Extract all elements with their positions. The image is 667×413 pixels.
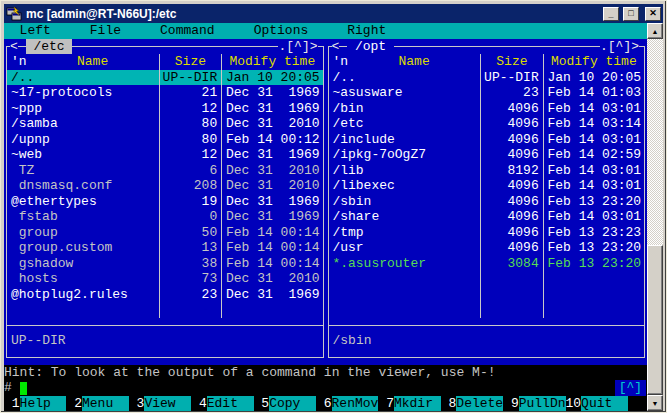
file-row[interactable]: /include4096Feb 14 03:01 <box>329 132 645 148</box>
file-row[interactable]: /bin4096Feb 14 03:01 <box>329 101 645 117</box>
column-header-name[interactable]: Name <box>77 54 108 70</box>
file-size: 4096 <box>480 225 542 241</box>
file-row[interactable]: TZ6Dec 31 2010 <box>7 163 323 179</box>
scrollbar-thumb[interactable] <box>647 245 663 395</box>
file-name: /.. <box>7 70 159 86</box>
fkey-mkdir-button[interactable]: 7Mkdir <box>378 396 440 412</box>
file-row[interactable]: @ethertypes19Dec 31 1969 <box>7 194 323 210</box>
file-row[interactable]: /tmp4096Feb 13 23:23 <box>329 225 645 241</box>
file-row[interactable]: group50Feb 14 00:14 <box>7 225 323 241</box>
file-size: 4096 <box>480 147 542 163</box>
fkey-view-button[interactable]: 3View <box>129 396 191 412</box>
fkey-label: Copy <box>269 396 316 412</box>
column-header-size[interactable]: Size <box>159 54 221 70</box>
file-name: *.asusrouter <box>329 256 481 272</box>
command-line[interactable]: # [^] <box>4 380 647 396</box>
close-button[interactable]: ✕ <box>645 7 661 21</box>
menu-item-command[interactable]: Command <box>160 23 215 39</box>
file-row[interactable]: group.custom13Feb 14 00:14 <box>7 240 323 256</box>
fkey-quit-button[interactable]: 10Quit <box>566 396 628 412</box>
file-row[interactable]: ~17-protocols21Dec 31 1969 <box>7 85 323 101</box>
fkey-label: View <box>144 396 191 412</box>
fkey-edit-button[interactable]: 4Edit <box>191 396 253 412</box>
panel-back-marker[interactable]: < <box>10 39 18 55</box>
file-row[interactable]: hosts73Dec 31 2010 <box>7 271 323 287</box>
fkey-label: Menu <box>82 396 129 412</box>
panel-path[interactable]: /etc <box>26 39 73 55</box>
file-modify-time: Feb 14 03:01 <box>543 132 644 148</box>
file-size: 13 <box>159 240 221 256</box>
fkey-menu-button[interactable]: 2Menu <box>66 396 128 412</box>
sort-indicator[interactable]: 'n <box>11 54 27 70</box>
sort-indicator[interactable]: 'n <box>332 54 348 70</box>
column-header-modify-time[interactable]: Modify time <box>221 54 322 70</box>
file-size: 23 <box>480 85 542 101</box>
terminal-cursor <box>20 382 28 395</box>
file-modify-time: Jan 10 20:05 <box>543 70 644 86</box>
menu-item-right[interactable]: Right <box>347 23 386 39</box>
file-modify-time: Dec 31 2010 <box>221 116 322 132</box>
title-bar[interactable]: mc [admin@RT-N66U]:/etc _ □ ✕ <box>4 4 663 23</box>
menu-item-file[interactable]: File <box>90 23 121 39</box>
scrollbar[interactable]: ▲ ▼ <box>647 23 663 411</box>
column-header-modify-time[interactable]: Modify time <box>543 54 644 70</box>
file-row[interactable]: dnsmasq.conf208Dec 31 2010 <box>7 178 323 194</box>
fkey-pulldn-button[interactable]: 9PullDn <box>503 396 565 412</box>
panel-updir-button[interactable]: .[^]> <box>600 39 639 55</box>
fkey-help-button[interactable]: 1Help <box>4 396 66 412</box>
menu-item-options[interactable]: Options <box>254 23 309 39</box>
file-name: /tmp <box>329 225 481 241</box>
file-modify-time: Feb 14 02:59 <box>543 147 644 163</box>
file-row[interactable]: /lib8192Feb 14 03:01 <box>329 163 645 179</box>
fkey-label: Edit <box>207 396 254 412</box>
fkey-number: 10 <box>566 396 582 412</box>
file-size: 21 <box>159 85 221 101</box>
mini-status: /sbin <box>333 333 641 349</box>
file-modify-time: Feb 14 03:01 <box>543 163 644 179</box>
file-row[interactable]: ~ppp12Dec 31 1969 <box>7 101 323 117</box>
file-row[interactable]: @hotplug2.rules23Dec 31 1969 <box>7 287 323 303</box>
file-row[interactable]: /etc4096Feb 14 03:14 <box>329 116 645 132</box>
file-row[interactable]: *.asusrouter3084Feb 13 23:20 <box>329 256 645 272</box>
file-row[interactable]: /samba80Dec 31 2010 <box>7 116 323 132</box>
empty-row <box>329 302 645 318</box>
scroll-up-icon[interactable]: ▲ <box>647 23 663 39</box>
file-row[interactable]: /usr4096Feb 13 23:20 <box>329 240 645 256</box>
scrollbar-track[interactable] <box>647 39 663 395</box>
mini-status-separator <box>7 325 323 326</box>
file-row[interactable]: /upnp80Feb 14 00:12 <box>7 132 323 148</box>
file-modify-time: Dec 31 1969 <box>221 287 322 303</box>
minimize-button[interactable]: _ <box>603 7 619 21</box>
maximize-button[interactable]: □ <box>623 7 639 21</box>
hint-line: Hint: To look at the output of a command… <box>4 365 647 381</box>
fkey-delete-button[interactable]: 8Delete <box>441 396 503 412</box>
fkey-label: Mkdir <box>394 396 441 412</box>
command-updir-button[interactable]: [^] <box>615 380 646 396</box>
file-row[interactable]: ~web12Dec 31 1969 <box>7 147 323 163</box>
fkey-copy-button[interactable]: 5Copy <box>254 396 316 412</box>
fkey-number: 6 <box>316 396 332 412</box>
function-key-bar: 1Help2Menu3View4Edit5Copy6RenMov7Mkdir8D… <box>4 396 647 412</box>
menu-item-left[interactable]: Left <box>20 23 51 39</box>
file-row[interactable]: /ipkg-7oOgZ74096Feb 14 02:59 <box>329 147 645 163</box>
panel-back-marker[interactable]: < <box>332 39 340 55</box>
file-row[interactable]: fstab0Dec 31 1969 <box>7 209 323 225</box>
file-modify-time <box>543 287 644 303</box>
file-row[interactable]: /..UP--DIRJan 10 20:05 <box>7 70 323 86</box>
scroll-down-icon[interactable]: ▼ <box>647 395 663 411</box>
file-row[interactable]: /share4096Feb 14 03:01 <box>329 209 645 225</box>
file-row[interactable]: /..UP--DIRJan 10 20:05 <box>329 70 645 86</box>
panel-path[interactable]: /opt <box>347 39 394 55</box>
panel-updir-button[interactable]: .[^]> <box>278 39 317 55</box>
file-row[interactable]: /libexec4096Feb 14 03:01 <box>329 178 645 194</box>
fkey-renmov-button[interactable]: 6RenMov <box>316 396 378 412</box>
column-header-size[interactable]: Size <box>480 54 542 70</box>
file-row[interactable]: ~asusware23Feb 14 01:03 <box>329 85 645 101</box>
file-row[interactable]: /sbin4096Feb 13 23:20 <box>329 194 645 210</box>
column-header-name[interactable]: Name <box>398 54 429 70</box>
file-size: 0 <box>159 209 221 225</box>
file-name <box>329 271 481 287</box>
file-modify-time: Dec 31 1969 <box>221 209 322 225</box>
file-row[interactable]: gshadow38Feb 14 00:14 <box>7 256 323 272</box>
file-size <box>159 302 221 318</box>
